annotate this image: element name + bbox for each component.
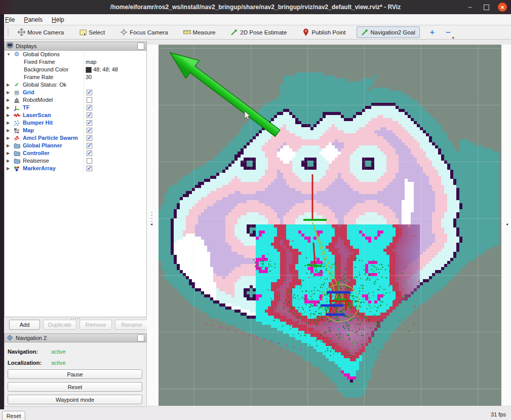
tree-row-markerarray[interactable]: ▶MarkerArray✓ — [5, 165, 146, 172]
expander-closed-icon[interactable]: ▶ — [7, 165, 12, 172]
enable-checkbox[interactable]: ✓ — [87, 112, 92, 118]
remove-tool-button[interactable]: −▾ — [446, 28, 450, 36]
time-reset-button[interactable]: Reset — [2, 411, 25, 420]
tree-row-robotmodel[interactable]: ▶RobotModel — [5, 96, 146, 104]
tree-row-grid[interactable]: ▶▦Grid✓ — [5, 89, 146, 96]
expander-closed-icon[interactable]: ▶ — [7, 81, 12, 89]
tree-row-value[interactable]: 48; 48; 48 — [86, 66, 118, 73]
pause-button[interactable]: Pause — [8, 369, 142, 379]
tree-row-label: Global Options — [23, 51, 60, 58]
tree-row-laserscan[interactable]: ▶LaserScan✓ — [5, 111, 146, 119]
tree-row-amcl-particle-swarm[interactable]: ▶Amcl Particle Swarm✓ — [5, 134, 146, 142]
tool-label: Measure — [193, 29, 216, 35]
collapse-left-arrow-icon[interactable]: ◂ — [150, 222, 152, 226]
tree-row-global-options[interactable]: ▼⚙Global Options — [5, 51, 146, 58]
add-tool-button[interactable]: + — [430, 28, 435, 36]
tree-row-global-planner[interactable]: ▶Global Planner✓ — [5, 142, 146, 149]
tree-row-label: Background Color — [24, 66, 68, 73]
tree-row-fixed-frame[interactable]: Fixed Framemap — [5, 58, 146, 66]
tree-row-background-color[interactable]: Background Color48; 48; 48 — [5, 66, 146, 73]
tree-row-label: Fixed Frame — [24, 58, 55, 66]
tree-row-label: Controller — [23, 149, 50, 157]
tree-row-label: Global Status: Ok — [23, 81, 66, 89]
expander-closed-icon[interactable]: ▶ — [7, 157, 12, 165]
tree-row-global-status-ok[interactable]: ▶✓Global Status: Ok — [5, 81, 146, 89]
tree-row-realsense[interactable]: ▶Realsense — [5, 157, 146, 165]
navigation2-panel-checkbox[interactable] — [137, 334, 144, 341]
restore-icon — [484, 5, 489, 10]
remove-display-button[interactable]: Remove — [80, 320, 112, 330]
expander-closed-icon[interactable]: ▶ — [7, 142, 12, 149]
waypoint-mode-button[interactable]: Waypoint mode — [8, 395, 142, 404]
fps-counter: 31 fps — [491, 411, 506, 417]
expander-closed-icon[interactable]: ▶ — [7, 119, 12, 127]
window-title: /home/eiforamr/ros2_ws/install/nav2_brin… — [0, 4, 511, 11]
enable-checkbox[interactable]: ✓ — [87, 166, 92, 171]
expander-closed-icon[interactable]: ▶ — [7, 104, 12, 111]
check-mark-icon: ✓ — [87, 134, 92, 142]
tree-row-label: Global Planner — [23, 142, 62, 149]
tree-row-value[interactable]: map — [86, 58, 96, 66]
tree-row-tf[interactable]: ▶TF✓ — [5, 104, 146, 111]
expander-open-icon[interactable]: ▼ — [7, 51, 12, 58]
tool-menu-caret-icon[interactable]: ▾ — [452, 36, 454, 40]
duplicate-display-button[interactable]: Duplicate — [43, 320, 76, 330]
measure-icon — [183, 28, 191, 36]
close-button[interactable]: × — [498, 3, 507, 12]
folder-icon — [13, 158, 20, 164]
left-splitter[interactable]: ◂ — [147, 45, 159, 405]
tool-2d-pose-estimate[interactable]: 2D Pose Estimate — [226, 26, 291, 38]
expander-closed-icon[interactable]: ▶ — [7, 127, 12, 134]
tool-measure[interactable]: Measure — [179, 26, 220, 38]
move-camera-icon — [18, 28, 25, 36]
expander-closed-icon[interactable]: ▶ — [7, 134, 12, 142]
check-mark-icon: ✓ — [87, 104, 92, 111]
enable-checkbox[interactable] — [87, 97, 92, 103]
desktop-edge-strip — [0, 14, 4, 420]
reset-button[interactable]: Reset — [8, 382, 142, 392]
tree-row-map[interactable]: ▶Map✓ — [5, 127, 146, 134]
displays-panel-buttons: AddDuplicateRemoveRename — [4, 320, 147, 330]
enable-checkbox[interactable]: ✓ — [87, 135, 92, 141]
status-bar: Reset 31 fps — [0, 409, 511, 420]
check-mark-icon: ✓ — [87, 111, 92, 119]
check-icon: ✓ — [13, 82, 20, 88]
tree-row-frame-rate[interactable]: Frame Rate30 — [5, 73, 146, 81]
right-splitter[interactable]: ◂ — [501, 45, 511, 405]
tool-navigation2-goal[interactable]: Navigation2 Goal — [357, 26, 420, 38]
restore-button[interactable] — [482, 3, 491, 12]
tree-row-controller[interactable]: ▶Controller✓ — [5, 149, 146, 157]
tree-row-bumper-hit[interactable]: ▶Bumper Hit✓ — [5, 119, 146, 127]
render-viewport[interactable] — [159, 45, 501, 406]
minimize-button[interactable]: – — [465, 3, 475, 12]
displays-panel-checkbox[interactable] — [137, 43, 144, 50]
enable-checkbox[interactable]: ✓ — [87, 120, 92, 126]
enable-checkbox[interactable]: ✓ — [87, 90, 92, 95]
enable-checkbox[interactable]: ✓ — [87, 143, 92, 148]
tree-row-label: MarkerArray — [23, 165, 56, 172]
collapse-right-arrow-icon[interactable]: ◂ — [506, 222, 508, 226]
expander-closed-icon[interactable]: ▶ — [7, 111, 12, 119]
enable-checkbox[interactable] — [87, 158, 92, 164]
enable-checkbox[interactable]: ✓ — [87, 128, 92, 133]
gear-icon: ⚙ — [13, 51, 20, 58]
tool-focus-camera[interactable]: Focus Camera — [115, 26, 172, 38]
menu-file[interactable]: File — [5, 16, 15, 23]
check-mark-icon: ✓ — [87, 89, 92, 96]
tool-move-camera[interactable]: Move Camera — [13, 26, 68, 38]
rename-display-button[interactable]: Rename — [115, 320, 148, 330]
menu-panels[interactable]: Panels — [24, 16, 43, 23]
enable-checkbox[interactable]: ✓ — [87, 150, 92, 156]
expander-closed-icon[interactable]: ▶ — [7, 96, 12, 104]
tool-select[interactable]: Select — [74, 26, 109, 38]
nav-status-row: Navigation:active — [8, 349, 38, 355]
add-display-button[interactable]: Add — [9, 320, 40, 330]
expander-closed-icon[interactable]: ▶ — [7, 89, 12, 96]
tree-row-value[interactable]: 30 — [86, 73, 92, 81]
menu-help[interactable]: Help — [52, 16, 64, 23]
enable-checkbox[interactable]: ✓ — [87, 105, 92, 110]
toolbar-extras: +−▾ — [430, 28, 451, 36]
tool-publish-point[interactable]: Publish Point — [297, 26, 350, 38]
3d-view-canvas[interactable] — [159, 45, 501, 406]
expander-closed-icon[interactable]: ▶ — [7, 149, 12, 157]
